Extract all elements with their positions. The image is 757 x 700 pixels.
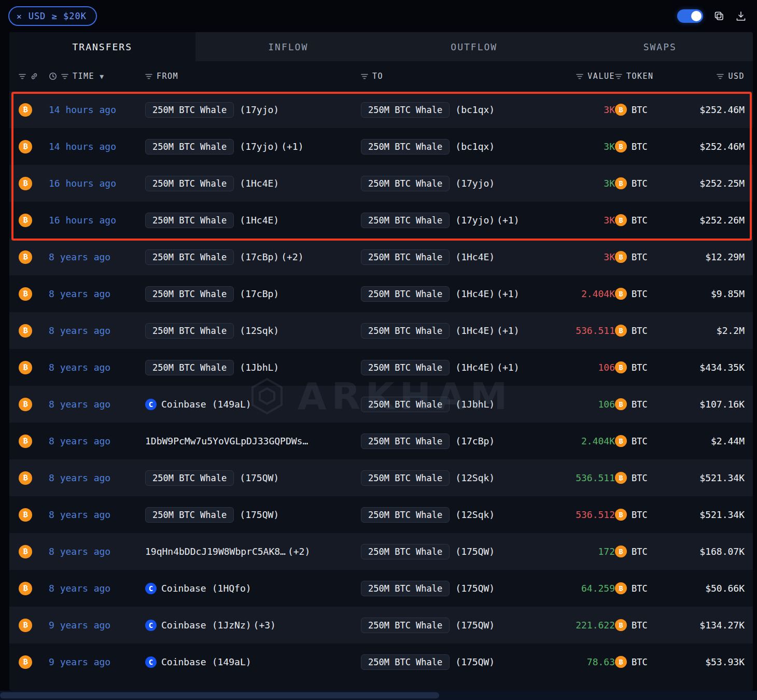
column-header-from[interactable]: FROM xyxy=(145,72,361,81)
to-address-short[interactable]: (175QW) xyxy=(455,546,495,557)
to-address-short[interactable]: (175QW) xyxy=(455,620,495,631)
to-address-short[interactable]: (1Hc4E) xyxy=(455,288,495,299)
from-entity-name[interactable]: Coinbase xyxy=(161,620,206,631)
to-address-short[interactable]: (175QW) xyxy=(455,583,495,594)
chevron-down-icon[interactable]: ▼ xyxy=(100,73,104,80)
to-entity-chip[interactable]: 250M BTC Whale xyxy=(361,618,450,633)
from-address-short[interactable]: (149aL) xyxy=(212,656,251,667)
time-link[interactable]: 16 hours ago xyxy=(49,215,116,226)
to-entity-chip[interactable]: 250M BTC Whale xyxy=(361,139,450,155)
transfer-row[interactable]: ₿8 years ago250M BTC Whale(175QW)250M BT… xyxy=(9,496,753,533)
to-address-short[interactable]: (bc1qx) xyxy=(455,104,495,115)
from-address-short[interactable]: (175QW) xyxy=(240,472,279,483)
column-header-to[interactable]: TO xyxy=(361,72,553,81)
time-link[interactable]: 16 hours ago xyxy=(49,178,116,189)
column-header-value[interactable]: VALUE xyxy=(553,72,615,81)
transfer-row[interactable]: ₿8 years agoCCoinbase(149aL)250M BTC Wha… xyxy=(9,386,753,423)
from-entity-chip[interactable]: 250M BTC Whale xyxy=(145,286,234,302)
from-entity-name[interactable]: Coinbase xyxy=(161,399,206,410)
from-address-short[interactable]: (1HQfo) xyxy=(212,583,251,594)
time-link[interactable]: 8 years ago xyxy=(49,583,110,594)
transfer-row[interactable]: ₿9 years agoCCoinbase(149aL)250M BTC Wha… xyxy=(9,643,753,680)
from-address-short[interactable]: (17yjo) xyxy=(240,141,279,152)
from-address-short[interactable]: (149aL) xyxy=(212,399,251,410)
to-entity-chip[interactable]: 250M BTC Whale xyxy=(361,249,450,265)
time-link[interactable]: 8 years ago xyxy=(49,251,110,262)
to-entity-chip[interactable]: 250M BTC Whale xyxy=(361,654,450,670)
download-icon[interactable] xyxy=(735,10,747,22)
column-header-time[interactable]: TIME ▼ xyxy=(49,72,145,81)
transfer-row[interactable]: ₿16 hours ago250M BTC Whale(1Hc4E)250M B… xyxy=(9,202,753,239)
time-link[interactable]: 9 years ago xyxy=(49,656,110,667)
from-address[interactable]: 1DbW9PcMw7u5YoVGLpDJ33GQPDWs… xyxy=(145,436,308,446)
to-entity-chip[interactable]: 250M BTC Whale xyxy=(361,507,450,523)
filter-icon[interactable] xyxy=(576,73,583,80)
from-address-short[interactable]: (17cBp) xyxy=(240,288,279,299)
from-entity-chip[interactable]: 250M BTC Whale xyxy=(145,213,234,228)
tab-transfers[interactable]: TRANSFERS xyxy=(9,32,195,61)
to-address-short[interactable]: (175QW) xyxy=(455,656,495,667)
to-address-short[interactable]: (1Hc4E) xyxy=(455,251,495,262)
to-address-short[interactable]: (1Hc4E) xyxy=(455,362,495,373)
transfer-row[interactable]: ₿16 hours ago250M BTC Whale(1Hc4E)250M B… xyxy=(9,165,753,202)
transfer-row[interactable]: ₿8 years ago19qHn4bDDcJ19W8WbprC5AK8…(+2… xyxy=(9,533,753,570)
close-icon[interactable]: ✕ xyxy=(17,11,22,21)
from-address-short[interactable]: (1JbhL) xyxy=(240,362,279,373)
tab-outflow[interactable]: OUTFLOW xyxy=(381,32,567,61)
from-address-short[interactable]: (17yjo) xyxy=(240,104,279,115)
to-entity-chip[interactable]: 250M BTC Whale xyxy=(361,397,450,412)
time-link[interactable]: 8 years ago xyxy=(49,509,110,520)
to-extra-count[interactable]: (+1) xyxy=(497,288,519,299)
column-header-usd[interactable]: USD xyxy=(669,72,745,81)
filter-icon[interactable] xyxy=(61,73,68,80)
from-address-short[interactable]: (12Sqk) xyxy=(240,325,279,336)
transfer-row[interactable]: ₿8 years agoCCoinbase(1HQfo)250M BTC Wha… xyxy=(9,570,753,607)
from-entity-chip[interactable]: 250M BTC Whale xyxy=(145,360,234,375)
scrollbar-thumb[interactable] xyxy=(0,692,439,698)
filter-icon[interactable] xyxy=(361,73,368,80)
from-entity-chip[interactable]: 250M BTC Whale xyxy=(145,249,234,265)
tab-inflow[interactable]: INFLOW xyxy=(195,32,382,61)
to-address-short[interactable]: (17yjo) xyxy=(455,215,495,226)
from-entity-chip[interactable]: 250M BTC Whale xyxy=(145,102,234,118)
transfer-row[interactable]: ₿8 years ago250M BTC Whale(175QW)250M BT… xyxy=(9,459,753,496)
from-entity-chip[interactable]: 250M BTC Whale xyxy=(145,323,234,339)
transfer-row[interactable]: ₿14 hours ago250M BTC Whale(17yjo)(+1)25… xyxy=(9,128,753,165)
from-entity-name[interactable]: Coinbase xyxy=(161,583,206,594)
to-entity-chip[interactable]: 250M BTC Whale xyxy=(361,470,450,486)
transfer-row[interactable]: ₿8 years ago250M BTC Whale(17cBp)(+2)250… xyxy=(9,239,753,275)
from-entity-chip[interactable]: 250M BTC Whale xyxy=(145,470,234,486)
from-extra-count[interactable]: (+2) xyxy=(281,251,303,262)
toggle-switch[interactable] xyxy=(677,9,703,23)
transfer-row[interactable]: ₿8 years ago1DbW9PcMw7u5YoVGLpDJ33GQPDWs… xyxy=(9,423,753,459)
from-address-short[interactable]: (1Hc4E) xyxy=(240,178,279,189)
time-link[interactable]: 8 years ago xyxy=(49,472,110,483)
filter-icon[interactable] xyxy=(717,73,724,80)
to-extra-count[interactable]: (+1) xyxy=(497,362,519,373)
from-address-short[interactable]: (1Hc4E) xyxy=(240,215,279,226)
horizontal-scrollbar[interactable] xyxy=(0,691,757,700)
column-header-token[interactable]: TOKEN xyxy=(615,72,669,81)
to-address-short[interactable]: (1Hc4E) xyxy=(455,325,495,336)
from-extra-count[interactable]: (+2) xyxy=(288,546,310,557)
transfer-row[interactable]: ₿8 years ago250M BTC Whale(1JbhL)250M BT… xyxy=(9,349,753,386)
time-link[interactable]: 14 hours ago xyxy=(49,104,116,115)
to-entity-chip[interactable]: 250M BTC Whale xyxy=(361,544,450,559)
time-link[interactable]: 8 years ago xyxy=(49,362,110,373)
time-link[interactable]: 14 hours ago xyxy=(49,141,116,152)
time-link[interactable]: 8 years ago xyxy=(49,325,110,336)
from-extra-count[interactable]: (+3) xyxy=(254,620,276,631)
from-entity-chip[interactable]: 250M BTC Whale xyxy=(145,507,234,523)
time-link[interactable]: 9 years ago xyxy=(49,620,110,631)
filter-icon[interactable] xyxy=(145,73,152,80)
transfer-row[interactable]: ₿14 hours ago250M BTC Whale(17yjo)250M B… xyxy=(9,91,753,128)
transfer-row[interactable]: ₿8 years ago250M BTC Whale(17cBp)250M BT… xyxy=(9,275,753,312)
to-entity-chip[interactable]: 250M BTC Whale xyxy=(361,360,450,375)
to-entity-chip[interactable]: 250M BTC Whale xyxy=(361,323,450,339)
to-address-short[interactable]: (1JbhL) xyxy=(455,399,495,410)
from-extra-count[interactable]: (+1) xyxy=(281,141,303,152)
transfer-row[interactable]: ₿9 years agoCCoinbase(1JzNz)(+3)250M BTC… xyxy=(9,607,753,643)
to-extra-count[interactable]: (+1) xyxy=(497,215,519,226)
filter-icon[interactable] xyxy=(19,73,26,80)
to-entity-chip[interactable]: 250M BTC Whale xyxy=(361,286,450,302)
